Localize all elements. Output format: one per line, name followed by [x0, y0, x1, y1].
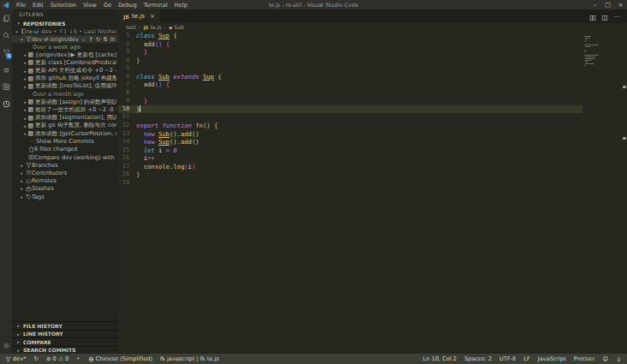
tree-row[interactable]: ▸更新 API 文档生成命令 +0 ~2 -0 ·… [12, 67, 118, 75]
chevron-right-icon[interactable]: ▸ [19, 194, 25, 200]
status-item-left-1[interactable]: ↻ [33, 355, 39, 362]
maximize-button[interactable]: □ [601, 2, 614, 9]
tree-row[interactable]: ▾dev ⇄ origin/dev☆↑↻⇅⊡ [12, 35, 118, 43]
chevron-right-icon[interactable]: ▸ [22, 107, 28, 112]
status-item-right-2[interactable]: UTF-8 [499, 355, 516, 362]
chevron-right-icon[interactable]: ▸ [22, 123, 28, 128]
minimap[interactable] [584, 36, 620, 69]
tree-row[interactable]: 6 files changed [12, 146, 118, 153]
code-line[interactable]: 18} [118, 170, 582, 179]
status-item-right-0[interactable]: Ln 10, Col 2 [423, 355, 457, 362]
tree-row[interactable]: ▸更新 class [CombinedPredicate]… [12, 59, 118, 67]
menu-item-view[interactable]: View [80, 2, 100, 9]
chevron-right-icon[interactable]: ▸ [22, 60, 28, 65]
sync-icon[interactable]: ↻ [96, 36, 100, 43]
activitybar-item-source-control[interactable]: 6 [0, 48, 12, 57]
chevron-right-icon[interactable]: ▸ [22, 52, 28, 57]
status-item-right-5[interactable]: Prettier [574, 355, 594, 362]
tree-row[interactable]: ▾rx-utildev • ↑1 ↓5 • Last fetched 2:25a… [12, 27, 118, 35]
status-item-left-2[interactable]: ⊘ 0 ⚠ 0 [46, 355, 69, 362]
code-line[interactable]: 1class Sup { [118, 32, 582, 40]
activitybar-item-gitlens[interactable] [0, 99, 12, 109]
tree-row[interactable]: ▸Remotes [12, 177, 118, 185]
star-icon[interactable]: ☆ [81, 36, 87, 43]
status-item-left-5[interactable]: ℞ javascript | ℞ te.js [160, 355, 219, 362]
status-item-right-1[interactable]: Spaces: 2 [464, 355, 492, 362]
code-line[interactable]: 3 } [118, 48, 582, 57]
activitybar-item-explorer[interactable] [0, 14, 12, 23]
more-actions-icon[interactable]: ⋯ [613, 13, 621, 21]
chevron-down-icon[interactable]: ▾ [14, 29, 20, 34]
chevron-right-icon[interactable]: ▸ [22, 69, 28, 74]
chevron-right-icon[interactable]: ▸ [22, 99, 28, 104]
chevron-right-icon[interactable]: ▸ [22, 76, 28, 81]
close-tab-icon[interactable]: × [150, 13, 155, 20]
status-item-left-4[interactable]: Chinese (Simplified) [88, 355, 152, 362]
panel-header-line-history[interactable]: ▸LINE HISTORY [12, 330, 118, 338]
menu-item-edit[interactable]: Edit [29, 2, 47, 9]
code-line[interactable]: 5 [118, 64, 582, 73]
code-line[interactable]: 19 [118, 179, 582, 188]
status-item-right-4[interactable]: JavaScript [538, 355, 566, 362]
code-line[interactable]: 15 let i = 0 [118, 146, 582, 155]
close-button[interactable]: × [614, 2, 627, 9]
activitybar-item-gear[interactable] [0, 341, 12, 350]
tree-row[interactable]: ▸添加函数 [segmentation], 用以对… [12, 114, 118, 122]
tree-row[interactable]: ▸更新函数 [treeToList], 使用循环遍… [12, 82, 118, 90]
tree-row[interactable]: ▸{origin/dev}▶ 更新包 [cache], … [12, 51, 118, 59]
code-editor[interactable]: 1class Sup {2 add() {3 }4}56class Sub ex… [118, 31, 627, 354]
panel-header-file-history[interactable]: ▸FILE HISTORY [12, 321, 118, 330]
tree-row[interactable]: ▸添加 github 忽略 jekeyll 构建配置… [12, 75, 118, 82]
code-line[interactable]: 11 [118, 113, 582, 122]
chevron-right-icon[interactable]: ▸ [19, 178, 25, 183]
menu-item-file[interactable]: File [13, 2, 29, 9]
code-line[interactable]: 16 i++ [118, 154, 582, 163]
status-item-right-3[interactable]: LF [523, 355, 529, 362]
status-item-left-3[interactable]: ⚡ [76, 355, 81, 362]
code-line[interactable]: 10} [118, 105, 582, 114]
menu-item-selection[interactable]: Selection [47, 2, 80, 9]
tree-row[interactable]: ▸更新函数 [assign] 的函数声明以支… [12, 98, 118, 106]
breadcrumb-item-sub[interactable]: ◆Sub [169, 24, 184, 30]
tree-row[interactable]: ▸Stashes [12, 185, 118, 193]
chevron-down-icon[interactable]: ▾ [19, 37, 25, 42]
tree-row[interactable]: ▸Contributors [12, 169, 118, 176]
panel-header-search-commits[interactable]: ▸SEARCH COMMITS [12, 346, 118, 355]
menu-item-help[interactable]: Help [171, 2, 191, 9]
code-line[interactable]: 17 console.log(i) [118, 163, 582, 171]
code-line[interactable]: 14 new Sup().add() [118, 138, 582, 146]
menu-item-debug[interactable]: Debug [115, 2, 140, 9]
activitybar-item-extensions[interactable] [0, 82, 12, 92]
status-item-right-6[interactable]: ☺ [602, 355, 608, 362]
breadcrumb-item-tejs[interactable]: JSte.js [143, 24, 161, 30]
chevron-right-icon[interactable]: ▸ [22, 84, 28, 89]
updown-icon[interactable]: ⇅ [103, 36, 107, 43]
editor-scrollbar[interactable] [621, 31, 627, 354]
activitybar-item-debug[interactable] [0, 65, 12, 75]
status-item-right-7[interactable] [616, 356, 622, 362]
chevron-right-icon[interactable]: ▸ [22, 116, 28, 121]
code-line[interactable]: 13 new Sub().add() [118, 130, 582, 139]
panel-header-compare[interactable]: ▸COMPARE [12, 337, 118, 346]
tab-tejs[interactable]: JS te.js × [118, 9, 160, 23]
code-line[interactable]: 8 [118, 89, 582, 98]
code-line[interactable]: 9 } [118, 97, 582, 105]
tree-row[interactable]: ⋯Show More Commits [12, 138, 118, 146]
tree-row[interactable]: ▸添加函数 [getCursorPosition, setC… [12, 129, 118, 137]
chevron-right-icon[interactable]: ▸ [19, 163, 25, 168]
tree-row[interactable]: ▸修改了一些文档措辞 +0 ~2 -0 · Y… [12, 106, 118, 114]
code-line[interactable]: 2 add() { [118, 40, 582, 49]
tree-row[interactable]: ▸更新 git 钩子配置, 删除每次 comm… [12, 122, 118, 129]
code-line[interactable]: 12export function fn() { [118, 122, 582, 130]
open-changes-icon[interactable] [589, 9, 596, 25]
tree-row[interactable]: ▸Tags [12, 193, 118, 200]
chevron-right-icon[interactable]: ▸ [19, 186, 25, 191]
code-line[interactable]: 7 add() { [118, 81, 582, 89]
menu-item-go[interactable]: Go [100, 2, 115, 9]
code-line[interactable]: 6class Sub extends Sup { [118, 73, 582, 81]
minimize-button[interactable]: – [588, 2, 601, 9]
code-line[interactable]: 4} [118, 57, 582, 65]
breadcrumb-item-test[interactable]: test [126, 24, 136, 30]
chevron-right-icon[interactable]: ▸ [22, 131, 28, 136]
open-icon[interactable]: ⊡ [110, 36, 115, 43]
